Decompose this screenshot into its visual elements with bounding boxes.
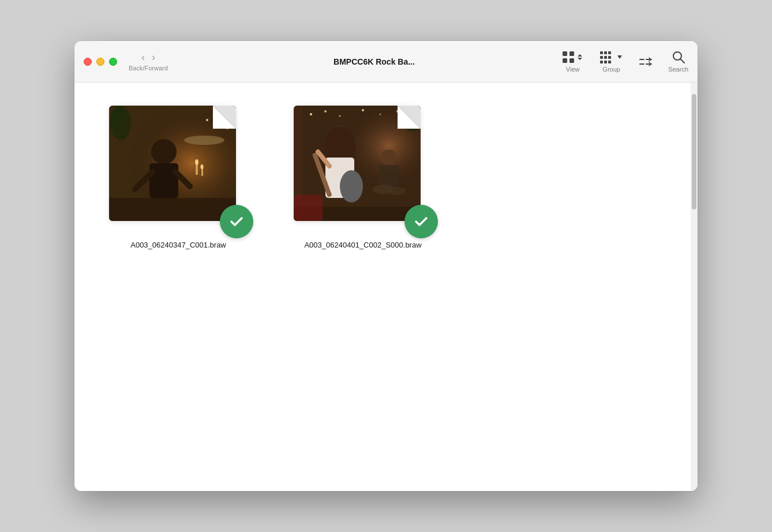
file-name: A003_06240401_C002_S000.braw bbox=[304, 241, 421, 249]
svg-rect-12 bbox=[608, 61, 611, 63]
svg-point-46 bbox=[324, 110, 327, 113]
svg-rect-24 bbox=[201, 168, 203, 176]
svg-rect-9 bbox=[608, 56, 611, 59]
svg-point-27 bbox=[206, 119, 208, 121]
svg-point-41 bbox=[381, 149, 397, 166]
more-icon bbox=[639, 57, 652, 66]
svg-point-23 bbox=[195, 159, 198, 165]
svg-point-38 bbox=[340, 170, 363, 203]
checkmark-badge bbox=[220, 205, 253, 238]
svg-rect-2 bbox=[563, 58, 567, 63]
file-icon-wrapper bbox=[294, 106, 432, 233]
svg-point-28 bbox=[215, 125, 217, 127]
svg-rect-6 bbox=[608, 51, 611, 54]
view-button[interactable]: View bbox=[562, 51, 583, 73]
search-icon bbox=[672, 51, 685, 63]
svg-rect-18 bbox=[149, 163, 178, 198]
svg-point-47 bbox=[339, 115, 341, 117]
svg-point-21 bbox=[184, 136, 224, 145]
svg-rect-54 bbox=[294, 195, 323, 221]
doc-shape bbox=[109, 106, 236, 221]
svg-rect-5 bbox=[604, 51, 607, 54]
svg-rect-26 bbox=[109, 198, 236, 221]
back-button[interactable]: ‹ bbox=[141, 52, 145, 62]
svg-point-30 bbox=[227, 128, 228, 130]
search-label: Search bbox=[668, 66, 688, 73]
svg-point-44 bbox=[387, 187, 406, 195]
svg-point-52 bbox=[400, 106, 421, 132]
group-label: Group bbox=[602, 66, 620, 73]
group-icon bbox=[599, 51, 623, 63]
svg-point-45 bbox=[310, 113, 312, 115]
more-button[interactable] bbox=[639, 57, 652, 66]
toolbar-right: View bbox=[562, 51, 688, 73]
back-forward-label: Back/Forward bbox=[129, 65, 168, 72]
svg-point-48 bbox=[362, 109, 364, 111]
search-button[interactable]: Search bbox=[668, 51, 688, 73]
minimize-button[interactable] bbox=[96, 58, 104, 66]
svg-rect-1 bbox=[569, 51, 574, 56]
list-item[interactable]: A003_06240347_C001.braw bbox=[109, 106, 248, 249]
view-label: View bbox=[566, 66, 580, 73]
group-button[interactable]: Group bbox=[599, 51, 623, 73]
svg-rect-11 bbox=[604, 61, 607, 63]
files-grid: A003_06240347_C001.braw bbox=[74, 83, 691, 491]
scrollbar-track[interactable] bbox=[691, 83, 698, 491]
doc-shape bbox=[294, 106, 421, 221]
close-button[interactable] bbox=[84, 58, 92, 66]
svg-line-14 bbox=[680, 59, 684, 63]
svg-rect-10 bbox=[600, 61, 603, 63]
file-icon-wrapper bbox=[109, 106, 248, 233]
traffic-lights bbox=[84, 58, 117, 66]
content-area: A003_06240347_C001.braw bbox=[74, 83, 698, 491]
svg-rect-42 bbox=[379, 165, 399, 188]
svg-point-25 bbox=[201, 164, 204, 169]
window-title: BMPCC6K Rock Ba... bbox=[186, 57, 562, 66]
finder-window: ‹ › Back/Forward BMPCC6K Rock Ba... bbox=[74, 41, 698, 491]
maximize-button[interactable] bbox=[109, 58, 117, 66]
forward-button[interactable]: › bbox=[152, 52, 155, 62]
svg-point-17 bbox=[151, 139, 177, 164]
nav-buttons: ‹ › Back/Forward bbox=[129, 52, 168, 72]
svg-point-50 bbox=[396, 110, 399, 113]
scrollbar-thumb[interactable] bbox=[692, 94, 696, 209]
view-icon bbox=[562, 51, 583, 63]
checkmark-badge bbox=[404, 205, 438, 238]
svg-rect-4 bbox=[600, 51, 603, 54]
svg-point-32 bbox=[111, 106, 125, 129]
svg-rect-3 bbox=[569, 58, 574, 63]
titlebar: ‹ › Back/Forward BMPCC6K Rock Ba... bbox=[74, 41, 698, 83]
file-name: A003_06240347_C001.braw bbox=[130, 241, 226, 249]
svg-rect-7 bbox=[600, 56, 603, 59]
svg-rect-0 bbox=[563, 51, 567, 56]
svg-rect-8 bbox=[604, 56, 607, 59]
svg-point-29 bbox=[220, 116, 223, 118]
list-item[interactable]: A003_06240401_C002_S000.braw bbox=[294, 106, 432, 249]
svg-point-49 bbox=[380, 114, 381, 115]
